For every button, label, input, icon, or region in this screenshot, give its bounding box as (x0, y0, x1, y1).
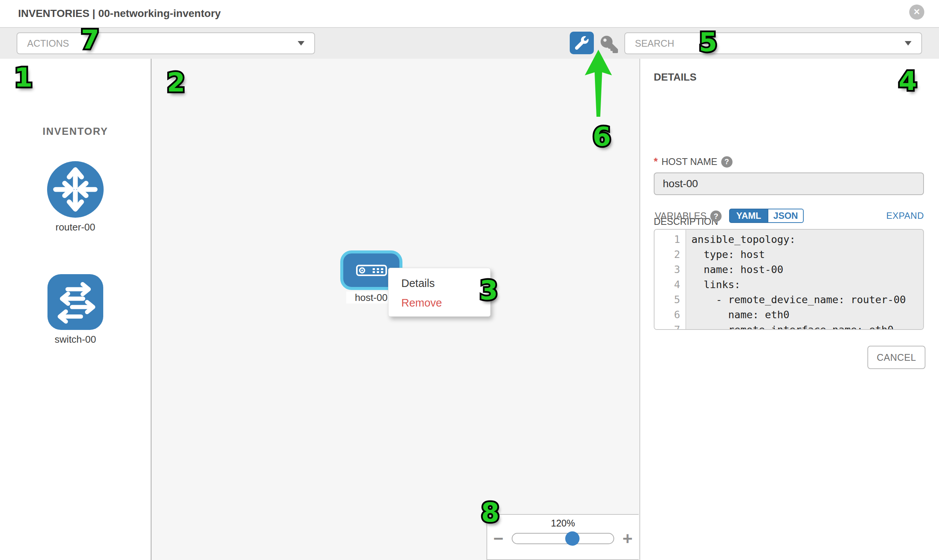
details-panel-title: DETAILS (654, 72, 697, 83)
inventory-palette-sidebar: INVENTORY router-00 (0, 59, 151, 560)
palette-item-label: switch-00 (0, 334, 151, 345)
zoom-control-panel: 120% − + (486, 514, 639, 560)
context-menu-item-details[interactable]: Details (389, 274, 490, 293)
required-asterisk: * (654, 156, 658, 168)
zoom-in-button[interactable]: + (623, 531, 633, 546)
help-icon[interactable]: ? (721, 156, 732, 168)
zoom-slider[interactable] (512, 533, 614, 544)
variables-label: VARIABLES (655, 211, 706, 222)
palette-item-switch[interactable]: switch-00 (0, 274, 151, 345)
code-line: 4 links: (655, 277, 923, 292)
host-name-input[interactable] (654, 172, 924, 195)
switch-icon (47, 274, 104, 330)
host-name-label-row: * HOST NAME ? (654, 156, 732, 168)
wrench-icon (575, 36, 589, 50)
key-icon (601, 36, 618, 53)
zoom-out-button[interactable]: − (493, 531, 503, 546)
code-line: 7 remote_interface_name: eth0 (655, 322, 923, 330)
close-icon[interactable]: ✕ (909, 5, 924, 20)
close-x-glyph: ✕ (913, 7, 920, 17)
variables-header-row: VARIABLES ? YAML JSON EXPAND (654, 209, 924, 224)
palette-item-router[interactable]: router-00 (0, 161, 151, 233)
cancel-button[interactable]: CANCEL (867, 346, 925, 369)
context-menu-item-remove[interactable]: Remove (389, 293, 490, 312)
inventory-topology-page: INVENTORIES | 00-networking-inventory ✕ … (0, 0, 939, 560)
page-title: INVENTORIES | 00-networking-inventory (18, 0, 221, 27)
host-name-label: HOST NAME (661, 156, 717, 167)
code-line: 3 name: host-00 (655, 262, 923, 277)
zoom-level-value: 120% (487, 518, 639, 529)
toolbar: ACTIONS SEARCH (0, 28, 939, 60)
toggle-json-button[interactable]: JSON (768, 209, 804, 223)
code-line: 1ansible_topology: (655, 232, 923, 247)
router-icon (47, 161, 103, 218)
tools-button[interactable] (570, 32, 594, 54)
code-line: 6 name: eth0 (655, 307, 923, 322)
header: INVENTORIES | 00-networking-inventory ✕ (0, 0, 939, 28)
sidebar-title: INVENTORY (0, 126, 151, 137)
chevron-down-icon (298, 41, 304, 46)
toggle-yaml-button[interactable]: YAML (729, 209, 768, 223)
actions-dropdown[interactable]: ACTIONS (17, 32, 315, 54)
expand-link[interactable]: EXPAND (886, 211, 924, 221)
format-toggle: YAML JSON (729, 209, 804, 223)
details-panel: DETAILS * HOST NAME ? DESCRIPTION VARIAB… (640, 59, 939, 560)
search-dropdown-label: SEARCH (635, 38, 674, 49)
variables-code-editor[interactable]: 1ansible_topology: 2 type: host 3 name: … (654, 229, 924, 330)
node-context-menu: Details Remove (388, 268, 490, 317)
chevron-down-icon (905, 41, 911, 46)
code-line: 5 - remote_device_name: router-00 (655, 292, 923, 307)
topology-canvas[interactable]: host-00 Details Remove 120% − + (151, 59, 640, 560)
zoom-slider-thumb[interactable] (565, 531, 580, 546)
code-line: 2 type: host (655, 247, 923, 262)
palette-item-label: router-00 (0, 222, 151, 233)
search-dropdown[interactable]: SEARCH (624, 32, 922, 54)
host-icon (356, 265, 387, 276)
actions-dropdown-label: ACTIONS (27, 38, 69, 49)
help-icon[interactable]: ? (710, 211, 722, 222)
credentials-key-button[interactable] (600, 36, 619, 53)
